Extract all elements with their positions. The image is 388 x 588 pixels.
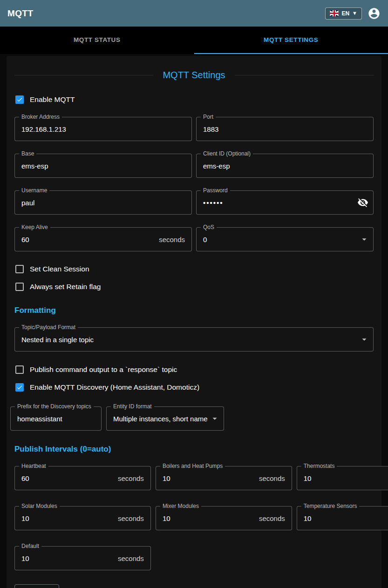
password-input[interactable] (203, 199, 357, 207)
heartbeat-interval-input[interactable] (21, 474, 114, 482)
mqtt-discovery-label: Enable MQTT Discovery (Home Assistant, D… (30, 383, 199, 392)
tab-bar: MQTT STATUS MQTT SETTINGS (0, 27, 388, 54)
port-label: Port (201, 114, 216, 120)
publish-intervals-grid: Heartbeat seconds Boilers and Heat Pumps… (14, 466, 374, 570)
base-input[interactable] (21, 162, 185, 170)
app-bar: MQTT EN ▼ (0, 0, 388, 27)
boilers-interval-field: Boilers and Heat Pumps seconds (156, 466, 292, 490)
mixer-interval-input[interactable] (163, 514, 255, 522)
heartbeat-label: Heartbeat (19, 463, 48, 469)
heartbeat-interval-field: Heartbeat seconds (14, 466, 151, 490)
retain-flag-label: Always set Retain flag (30, 283, 101, 291)
base-label: Base (19, 151, 36, 157)
broker-port-row: Broker Address Port (14, 117, 374, 141)
username-label: Username (19, 188, 49, 194)
topic-format-label: Topic/Payload Format (19, 324, 78, 331)
password-field: Password (196, 190, 374, 215)
credentials-row: Username Password (14, 190, 374, 215)
boilers-interval-input[interactable] (163, 474, 255, 482)
mqtt-settings-panel: MQTT Settings Enable MQTT Broker Address… (7, 56, 381, 588)
enable-mqtt-label: Enable MQTT (30, 95, 75, 104)
username-input[interactable] (21, 199, 185, 207)
tab-mqtt-settings[interactable]: MQTT SETTINGS (194, 27, 388, 54)
thermostats-label: Thermostats (301, 463, 337, 469)
check-icon (16, 384, 23, 391)
username-field: Username (14, 190, 192, 215)
solar-interval-field: Solar Modules seconds (14, 506, 151, 530)
save-button[interactable]: SAVE (14, 584, 59, 588)
clean-session-checkbox[interactable]: Set Clean Session (14, 264, 374, 274)
enable-mqtt-checkbox[interactable]: Enable MQTT (14, 95, 374, 105)
dropdown-arrow-icon (359, 234, 369, 244)
heartbeat-unit: seconds (118, 474, 144, 482)
entity-id-format-value: Multiple instances, short name (113, 415, 210, 423)
thermostats-interval-field: Thermostats seconds (297, 466, 388, 490)
solar-interval-input[interactable] (21, 514, 114, 522)
discovery-prefix-input[interactable] (17, 415, 95, 423)
checkbox-icon (15, 95, 24, 104)
mixer-interval-field: Mixer Modules seconds (156, 506, 292, 530)
password-label: Password (201, 188, 230, 194)
account-button[interactable] (368, 7, 381, 20)
qos-select[interactable]: QoS 0 (196, 227, 374, 251)
keep-alive-unit: seconds (159, 236, 185, 243)
response-topic-label: Publish command output to a `response` t… (30, 365, 177, 374)
checkbox-icon (15, 265, 24, 273)
default-interval-input[interactable] (21, 554, 114, 562)
app-title: MQTT (7, 8, 33, 19)
publish-intervals-heading: Publish Intervals (0=auto) (14, 445, 374, 454)
checkbox-icon (15, 383, 24, 392)
keep-alive-field: Keep Alive seconds (14, 227, 192, 251)
mixer-unit: seconds (259, 514, 285, 522)
thermostats-interval-input[interactable] (304, 474, 388, 482)
base-field: Base (14, 154, 192, 178)
broker-address-label: Broker Address (19, 114, 62, 120)
temperature-interval-input[interactable] (304, 514, 388, 522)
topic-format-value: Nested in a single topic (21, 336, 359, 344)
page-title: MQTT Settings (14, 70, 374, 81)
dropdown-arrow-icon (359, 334, 369, 345)
qos-label: QoS (201, 224, 217, 230)
base-clientid-row: Base Client ID (Optional) (14, 154, 374, 178)
port-field: Port (196, 117, 374, 141)
topic-format-select[interactable]: Topic/Payload Format Nested in a single … (14, 327, 374, 351)
broker-address-input[interactable] (21, 125, 185, 133)
visibility-off-icon[interactable] (357, 197, 368, 208)
language-label: EN (341, 10, 349, 17)
keep-alive-input[interactable] (21, 236, 155, 243)
language-button[interactable]: EN ▼ (325, 7, 362, 20)
dropdown-arrow-icon (210, 413, 220, 424)
discovery-prefix-field: Prefix for the Discovery topics (10, 406, 102, 431)
port-input[interactable] (203, 125, 367, 133)
mqtt-discovery-checkbox[interactable]: Enable MQTT Discovery (Home Assistant, D… (14, 382, 374, 392)
default-interval-field: Default seconds (14, 546, 151, 570)
client-id-field: Client ID (Optional) (196, 154, 374, 178)
mixer-label: Mixer Modules (160, 503, 201, 509)
temperature-label: Temperature Sensors (301, 503, 360, 509)
account-circle-icon (368, 7, 381, 20)
entity-id-format-label: Entity ID format (111, 404, 154, 410)
discovery-prefix-label: Prefix for the Discovery topics (15, 404, 94, 410)
broker-address-field: Broker Address (14, 117, 192, 141)
clean-session-label: Set Clean Session (30, 265, 89, 273)
solar-label: Solar Modules (19, 503, 60, 509)
boilers-unit: seconds (259, 474, 285, 482)
entity-id-format-select[interactable]: Entity ID format Multiple instances, sho… (106, 406, 224, 431)
discovery-options-row: Prefix for the Discovery topics Entity I… (10, 406, 374, 431)
response-topic-checkbox[interactable]: Publish command output to a `response` t… (14, 365, 374, 375)
boilers-label: Boilers and Heat Pumps (160, 463, 225, 469)
keepalive-qos-row: Keep Alive seconds QoS 0 (14, 227, 374, 251)
chevron-down-icon: ▼ (352, 11, 357, 16)
retain-flag-checkbox[interactable]: Always set Retain flag (14, 282, 374, 292)
formatting-heading: Formatting (14, 306, 374, 315)
default-label: Default (19, 543, 41, 549)
client-id-input[interactable] (203, 162, 367, 170)
solar-unit: seconds (118, 514, 144, 522)
keep-alive-label: Keep Alive (19, 224, 50, 230)
tab-mqtt-status[interactable]: MQTT STATUS (0, 27, 194, 54)
temperature-interval-field: Temperature Sensors seconds (297, 506, 388, 530)
client-id-label: Client ID (Optional) (201, 151, 253, 157)
checkbox-icon (15, 283, 24, 291)
default-unit: seconds (118, 554, 144, 562)
qos-value: 0 (203, 236, 359, 243)
